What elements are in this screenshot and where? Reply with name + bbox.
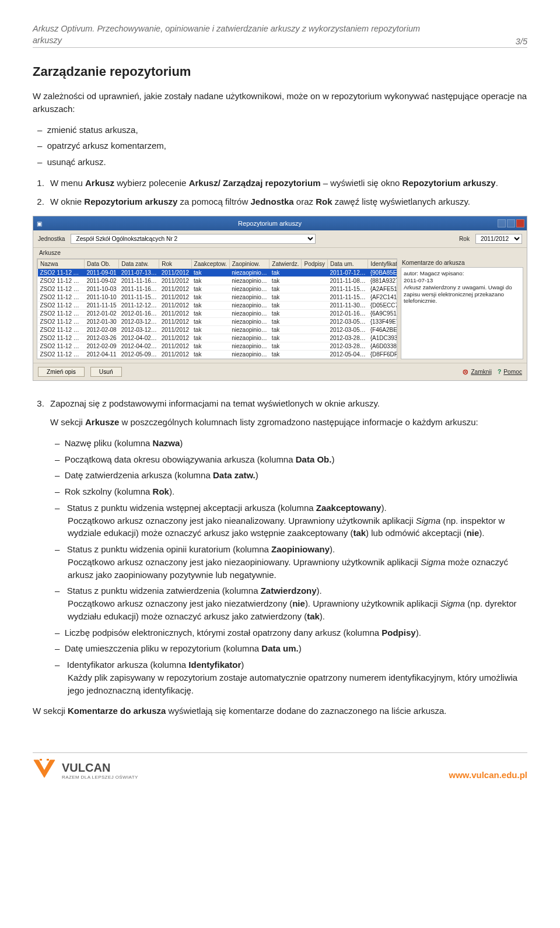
column-header[interactable]: Data zatw. [119,260,159,269]
close-button[interactable]: ⮿ Zamknij [463,369,492,375]
filter-unit-select[interactable]: Zespół Szkół Ogólnokształcących Nr 2 [71,234,316,244]
step-2: W oknie Repozytorium arkuszy za pomocą f… [47,195,527,208]
table-cell [302,342,328,351]
table-cell: niezaopinio… [229,302,270,310]
table-cell: 2011-11-15 [85,302,119,310]
table-row[interactable]: ZSO2 11-12 A.ar+2011-09-012011-07-13…201… [38,269,398,277]
app-window-repozytorium: ▣ Repozytorium arkuszy Jednostka Zespół … [33,216,527,381]
table-cell: 2011/2012 [159,326,191,334]
table-row[interactable]: ZSO2 11-12 an8a 26-…2012-03-262012-04-02… [38,334,398,342]
table-cell: {6A9C951B-107A-41E1-96… [368,310,397,318]
table-cell: 2012-01-02 [85,310,119,318]
column-header[interactable]: Zatwierdz. [270,260,302,269]
table-cell [302,293,328,302]
table-cell: niezaopinio… [229,326,270,334]
titlebar: ▣ Repozytorium arkuszy [33,216,527,230]
table-cell: ZSO2 11-12 an1a 02-… [38,277,85,285]
help-button[interactable]: ? Pomoc [498,369,522,375]
table-cell: 2012-04-02… [119,334,159,342]
app-title: Repozytorium arkuszy [42,220,498,227]
table-cell: tak [191,277,229,285]
table-cell: tak [191,285,229,293]
header-title-line2: arkuszy [33,36,62,45]
table-row[interactable]: ZSO2 11-12 an6a 30-…2012-01-302012-03-12… [38,318,398,326]
table-cell: 2011-10-10 [85,293,119,302]
close-icon[interactable] [516,219,524,227]
column-header[interactable]: Identyfikator [368,260,397,269]
change-description-button[interactable]: Zmień opis [38,367,85,377]
table-row[interactable]: ZSO2 11-12 an4a 15-…2011-11-152011-12-12… [38,302,398,310]
table-cell: ZSO2 11-12 an7a 08-… [38,326,85,334]
minimize-icon[interactable] [498,219,506,227]
table-cell: 2011/2012 [159,302,191,310]
table-cell [302,310,328,318]
table-cell: 2012-02-09 [85,342,119,351]
table-row[interactable]: ZSO2 11-12 an1a 02-…2011-09-022011-11-16… [38,277,398,285]
table-row[interactable]: ZSO2 11-12 an5a 02-…2012-01-022012-01-16… [38,310,398,318]
table-row[interactable]: ZSO2 11-12 an2a 03-…2011-10-032011-11-16… [38,285,398,293]
column-header[interactable]: Zaakceptow. [191,260,229,269]
table-cell: tak [191,351,229,359]
table-cell: 2011-11-15… [119,293,159,302]
help-icon: ? [498,369,501,375]
intro-paragraph: W zależności od uprawnień, jakie zostały… [33,90,527,115]
table-cell: {881A9327-EFD8-4C38-A5… [368,277,397,285]
table-cell: tak [270,342,302,351]
document-header: Arkusz Optivum. Przechowywanie, opiniowa… [33,23,527,48]
filter-bar: Jednostka Zespół Szkół Ogólnokształcącyc… [33,230,527,248]
intro-bullet: opatrzyć arkusz komentarzem, [50,139,527,152]
table-cell: tak [191,269,229,277]
table-cell: tak [191,334,229,342]
table-cell: 2011/2012 [159,310,191,318]
column-header[interactable]: Rok [159,260,191,269]
table-cell: {133F49E7-971A-4B0D-85… [368,318,397,326]
column-header[interactable]: Data um. [328,260,368,269]
delete-button[interactable]: Usuń [90,367,122,377]
column-header[interactable]: Nazwa [38,260,85,269]
table-cell: niezaopinio… [229,318,270,326]
step-1: W menu Arkusz wybierz polecenie Arkusz/ … [47,177,527,190]
filter-unit-label: Jednostka [38,236,65,242]
table-cell: 2012-05-04… [328,351,368,359]
table-cell: 2012-02-08 [85,326,119,334]
table-cell: 2012-03-28… [328,334,368,342]
table-cell [302,318,328,326]
table-cell: tak [270,310,302,318]
table-cell: 2011-07-13… [119,269,159,277]
arkusze-table[interactable]: NazwaData Ob.Data zatw.RokZaakceptow.Zao… [37,259,397,359]
table-cell: 2011-11-15… [328,285,368,293]
table-cell: 2011/2012 [159,334,191,342]
table-cell: 2011/2012 [159,277,191,285]
table-cell: 2012-03-12… [119,318,159,326]
column-header[interactable]: Podpisy [302,260,328,269]
table-cell: {D8FF6DF5-FB48-4817-80… [368,351,397,359]
column-header[interactable]: Data Ob. [85,260,119,269]
titlebar-icon: ▣ [37,220,42,227]
table-cell: niezaopinio… [229,285,270,293]
table-row[interactable]: ZSO2 11-12 an3a 10-…2011-10-102011-11-15… [38,293,398,302]
table-cell: 2011-11-15… [328,293,368,302]
table-row[interactable]: ZSO2 11-12 an7b 09-…2012-02-092012-04-02… [38,342,398,351]
table-cell: tak [270,326,302,334]
table-cell: 2012-03-05… [328,326,368,334]
table-cell: tak [270,318,302,326]
table-row[interactable]: ZSO2 11-12 an9a 11-…2012-04-112012-05-09… [38,351,398,359]
column-header[interactable]: Zaopiniow. [229,260,270,269]
filter-year-select[interactable]: 2011/2012 [475,234,522,244]
comments-header: Komentarze do arkusza [401,258,523,267]
table-cell: tak [191,326,229,334]
numbered-steps: W menu Arkusz wybierz polecenie Arkusz/ … [33,177,527,208]
document-footer: VULCAN RAZEM DLA LEPSZEJ OŚWIATY www.vul… [33,752,527,780]
table-cell [302,326,328,334]
table-cell: niezaopinio… [229,310,270,318]
table-cell: {A1DC3933-9238-4868-BC… [368,334,397,342]
table-cell: niezaopinio… [229,342,270,351]
table-cell [302,285,328,293]
table-cell: ZSO2 11-12 an7b 09-… [38,342,85,351]
svg-rect-1 [47,759,49,761]
table-cell: 2011-09-01 [85,269,119,277]
table-cell: 2012-03-26 [85,334,119,342]
table-row[interactable]: ZSO2 11-12 an7a 08-…2012-02-082012-03-12… [38,326,398,334]
table-cell: 2012-03-12… [119,326,159,334]
maximize-icon[interactable] [507,219,515,227]
